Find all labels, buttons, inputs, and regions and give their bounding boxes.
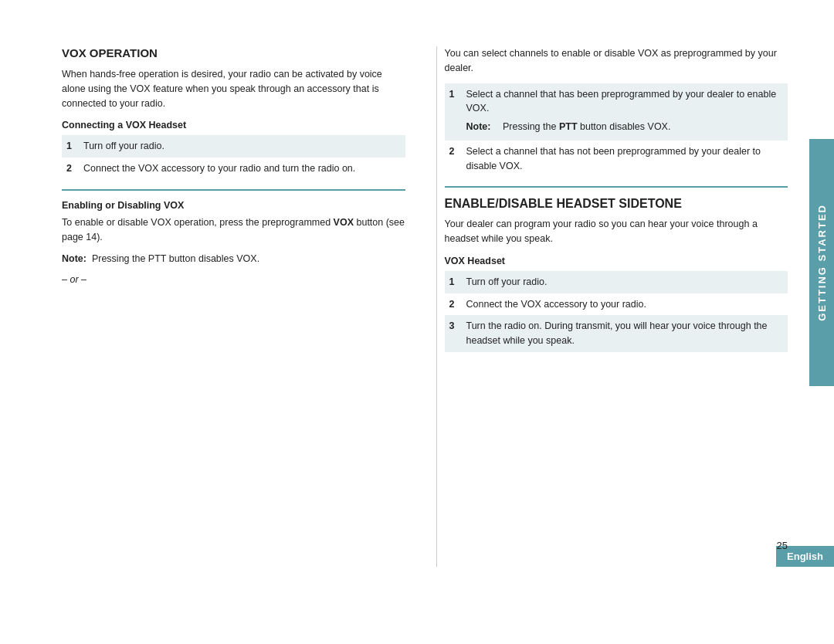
vox-operation-title: VOX OPERATION — [62, 46, 405, 59]
list-item: 2 Connect the VOX accessory to your radi… — [62, 158, 405, 180]
divider — [445, 186, 788, 188]
side-tab: GETTING STARTED — [809, 139, 834, 386]
step-text: Turn off your radio. — [83, 139, 401, 154]
vox-headset-heading: VOX Headset — [445, 256, 788, 266]
connecting-steps-list: 1 Turn off your radio. 2 Connect the VOX… — [62, 135, 405, 180]
list-item: 1 Turn off your radio. — [445, 271, 788, 293]
enable-disable-body: Your dealer can program your radio so yo… — [445, 217, 788, 246]
step-num: 3 — [449, 319, 460, 348]
vox-headset-steps-list: 1 Turn off your radio. 2 Connect the VOX… — [445, 271, 788, 352]
note-text: Pressing the PTT button disables VOX. — [92, 253, 259, 264]
connecting-headset-heading: Connecting a VOX Headset — [62, 120, 405, 130]
step-num: 2 — [449, 144, 460, 174]
step-text: Select a channel that has not been prepr… — [466, 144, 784, 174]
right-intro-text: You can select channels to enable or dis… — [445, 46, 788, 76]
list-item: 1 Turn off your radio. — [62, 135, 405, 158]
step-text: Turn the radio on. During transmit, you … — [466, 319, 784, 348]
step-text: Select a channel that has been preprogra… — [466, 87, 784, 117]
step-num: 2 — [449, 297, 460, 312]
page-container: GETTING STARTED English 25 VOX OPERATION… — [0, 0, 834, 644]
step-num: 2 — [66, 161, 77, 176]
vox-intro-text: When hands-free operation is desired, yo… — [62, 67, 405, 110]
step-text: Turn off your radio. — [466, 275, 784, 290]
list-item: 2 Select a channel that has not been pre… — [445, 141, 788, 178]
side-tab-label: GETTING STARTED — [816, 204, 828, 321]
list-item: 1 Select a channel that has been preprog… — [445, 83, 788, 120]
step-num: 1 — [449, 87, 460, 117]
note-row: Note: Pressing the PTT button disables V… — [445, 118, 788, 141]
note-label: Note: — [466, 120, 491, 134]
divider — [62, 189, 405, 191]
list-item: 3 Turn the radio on. During transmit, yo… — [445, 315, 788, 352]
english-label: English — [787, 551, 823, 562]
left-column: VOX OPERATION When hands-free operation … — [62, 46, 413, 567]
note-ptt: Note: Pressing the PTT button disables V… — [62, 252, 405, 266]
note-text: Pressing the PTT button disables VOX. — [503, 120, 670, 134]
content-area: VOX OPERATION When hands-free operation … — [62, 46, 788, 567]
step-num: 1 — [66, 139, 77, 154]
enable-disable-title: ENABLE/DISABLE HEADSET SIDETONE — [445, 197, 788, 211]
bold-vox: VOX — [334, 217, 354, 228]
select-steps-list: 1 Select a channel that has been preprog… — [445, 83, 788, 178]
step-num: 1 — [449, 275, 460, 290]
or-text: – or – — [62, 274, 405, 285]
enabling-disabling-body: To enable or disable VOX operation, pres… — [62, 215, 405, 245]
note-label: Note: — [62, 253, 86, 264]
enabling-disabling-heading: Enabling or Disabling VOX — [62, 200, 405, 211]
step-text: Connect the VOX accessory to your radio. — [466, 297, 784, 312]
step-text: Connect the VOX accessory to your radio … — [83, 161, 401, 176]
right-column: You can select channels to enable or dis… — [436, 46, 788, 567]
list-item: 2 Connect the VOX accessory to your radi… — [445, 293, 788, 316]
